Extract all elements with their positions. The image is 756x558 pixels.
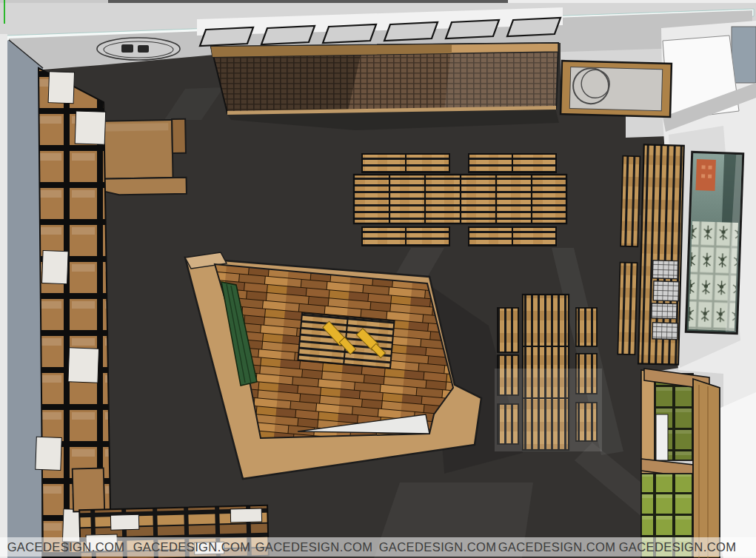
locker-white-box	[656, 414, 668, 460]
watermark-text: GACEDESIGN.COM	[133, 540, 251, 554]
desk-side-panel	[172, 119, 186, 153]
top-edge-bar-left	[0, 0, 108, 3]
shelf-white-box	[230, 508, 261, 522]
bench	[620, 156, 640, 247]
green-locker-shelf	[641, 369, 720, 558]
watermark-band: GACEDESIGN.COM GACEDESIGN.COM GACEDESIGN…	[0, 537, 756, 557]
shelf-white-box	[110, 514, 139, 530]
render-viewport: GACEDESIGN.COM GACEDESIGN.COM GACEDESIGN…	[0, 0, 756, 558]
basket	[652, 323, 678, 340]
watermark-text: GACEDESIGN.COM	[379, 540, 497, 554]
window-panel	[323, 24, 376, 43]
window-panel	[200, 27, 253, 46]
bench	[498, 308, 518, 352]
top-edge-bar-dark	[108, 0, 508, 3]
bench	[576, 308, 597, 346]
sunlight-patch	[495, 369, 602, 451]
wall-poster	[685, 151, 745, 335]
left-wall	[0, 34, 44, 558]
vertical-table-group	[495, 295, 602, 451]
wood-box	[73, 468, 105, 511]
poster-orange-block	[695, 159, 715, 191]
platform-low-table	[298, 313, 394, 369]
watermark-text: GACEDESIGN.COM	[7, 540, 125, 554]
interior-top-view-render: GACEDESIGN.COM GACEDESIGN.COM GACEDESIGN…	[0, 0, 756, 558]
basket	[652, 260, 678, 279]
window-panel	[261, 26, 315, 44]
locker-side-panel	[693, 379, 720, 558]
watermark-text: GACEDESIGN.COM	[255, 540, 373, 554]
watermark-text: GACEDESIGN.COM	[619, 540, 737, 554]
basket	[652, 303, 678, 319]
chair-icon	[138, 45, 149, 53]
top-edge-bar-right	[508, 0, 756, 3]
vestibule-grey-panel	[732, 27, 756, 83]
watermark-text: GACEDESIGN.COM	[498, 540, 616, 554]
round-table-with-chairs	[97, 38, 180, 60]
basket	[653, 281, 679, 301]
service-counter-box	[561, 61, 672, 117]
wood-slat-screen	[211, 43, 558, 115]
left-outer-strip	[0, 34, 7, 558]
bench	[618, 263, 637, 355]
window-panel	[507, 18, 561, 36]
chair-icon	[121, 44, 133, 53]
window-panel	[446, 20, 499, 38]
window-panel	[384, 22, 438, 41]
